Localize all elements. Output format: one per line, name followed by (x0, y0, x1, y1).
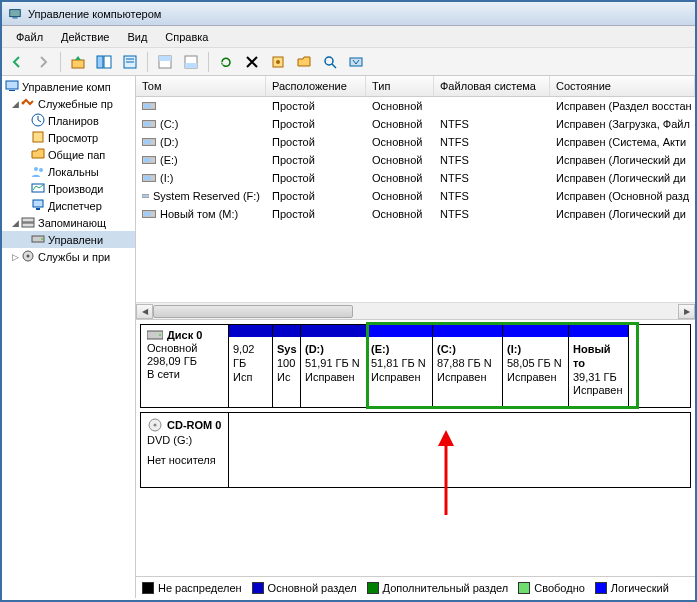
list-body[interactable]: ПростойОсновнойИсправен (Раздел восстан(… (136, 97, 695, 302)
volume-name: (D:) (160, 136, 178, 148)
scroll-thumb[interactable] (153, 305, 353, 318)
detail-pane: Том Расположение Тип Файловая система Со… (136, 76, 695, 598)
properties-button[interactable] (119, 51, 141, 73)
volume-type: Основной (366, 190, 434, 202)
cdrom-row[interactable]: CD-ROM 0 DVD (G:) Нет носителя (140, 412, 691, 488)
disk-map: Диск 0 Основной 298,09 ГБ В сети 9,02 ГБ… (136, 320, 695, 576)
volume-layout: Простой (266, 118, 366, 130)
svg-point-30 (41, 238, 43, 240)
disk-kind: Основной (147, 342, 222, 354)
refresh-button[interactable] (215, 51, 237, 73)
partition[interactable]: (D:)51,91 ГБ NИсправен (301, 325, 367, 407)
scroll-right-button[interactable]: ▶ (678, 304, 695, 319)
volume-status: Исправен (Раздел восстан (550, 100, 695, 112)
list-row[interactable]: System Reserved (F:)ПростойОсновнойNTFSИ… (136, 187, 695, 205)
tree-root[interactable]: Управление комп (2, 78, 135, 95)
volume-fs: NTFS (434, 190, 550, 202)
svg-rect-27 (22, 218, 34, 222)
cdrom-sub: DVD (G:) (147, 434, 222, 446)
partition-info: (C:)87,88 ГБ NИсправен (433, 337, 502, 388)
misc-button[interactable] (345, 51, 367, 73)
open-button[interactable] (293, 51, 315, 73)
svg-rect-38 (144, 140, 151, 143)
list-row[interactable]: (E:)ПростойОсновнойNTFSИсправен (Логичес… (136, 151, 695, 169)
partition[interactable]: (I:)58,05 ГБ NИсправен (503, 325, 569, 407)
volume-status: Исправен (Логический ди (550, 208, 695, 220)
folder-icon (30, 146, 48, 164)
volume-fs: NTFS (434, 136, 550, 148)
expand-icon[interactable]: ▷ (10, 252, 20, 262)
find-button[interactable] (319, 51, 341, 73)
list-row[interactable]: ПростойОсновнойИсправен (Раздел восстан (136, 97, 695, 115)
legend-logical: Логический (595, 582, 669, 594)
list-row[interactable]: (C:)ПростойОсновнойNTFSИсправен (Загрузк… (136, 115, 695, 133)
disk0-row[interactable]: Диск 0 Основной 298,09 ГБ В сети 9,02 ГБ… (140, 324, 691, 408)
volume-list: Том Расположение Тип Файловая система Со… (136, 76, 695, 320)
partition-info: Sys100Ис (273, 337, 300, 388)
up-button[interactable] (67, 51, 89, 73)
tree-storage[interactable]: ◢ Запоминающ (2, 214, 135, 231)
window-frame: Управление компьютером Файл Действие Вид… (0, 0, 697, 602)
volume-name: (C:) (160, 118, 178, 130)
settings-button[interactable] (267, 51, 289, 73)
app-icon (8, 7, 22, 21)
svg-rect-1 (12, 17, 17, 18)
tree-label: Запоминающ (38, 217, 106, 229)
partition-color-bar (367, 325, 432, 337)
users-icon (30, 163, 48, 181)
disk0-label: Диск 0 Основной 298,09 ГБ В сети (141, 325, 229, 407)
svg-rect-2 (72, 60, 84, 68)
list-row[interactable]: Новый том (M:)ПростойОсновнойNTFSИсправе… (136, 205, 695, 223)
tree-eventviewer[interactable]: Просмотр (2, 129, 135, 146)
partition[interactable]: (E:)51,81 ГБ NИсправен (367, 325, 433, 407)
column-fs[interactable]: Файловая система (434, 76, 550, 96)
menu-view[interactable]: Вид (119, 29, 155, 45)
cdrom-icon: CD-ROM 0 (147, 417, 222, 433)
svg-point-14 (325, 57, 333, 65)
legend-primary: Основной раздел (252, 582, 357, 594)
column-volume[interactable]: Том (136, 76, 266, 96)
partition-color-bar (503, 325, 568, 337)
menu-help[interactable]: Справка (157, 29, 216, 45)
volume-status: Исправен (Основной разд (550, 190, 695, 202)
partition[interactable]: Новый то39,31 ГБИсправен (569, 325, 629, 407)
tree-performance[interactable]: Производи (2, 180, 135, 197)
volume-icon (142, 173, 156, 183)
tree-label: Управлени (48, 234, 103, 246)
tree-system-tools[interactable]: ◢ Служебные пр (2, 95, 135, 112)
list-row[interactable]: (D:)ПростойОсновнойNTFSИсправен (Система… (136, 133, 695, 151)
view-bottom-button[interactable] (180, 51, 202, 73)
legend-unallocated: Не распределен (142, 582, 242, 594)
collapse-icon[interactable]: ◢ (10, 218, 20, 228)
delete-button[interactable] (241, 51, 263, 73)
tree-diskmgmt[interactable]: Управлени (2, 231, 135, 248)
menu-file[interactable]: Файл (8, 29, 51, 45)
partition[interactable]: (C:)87,88 ГБ NИсправен (433, 325, 503, 407)
svg-rect-0 (10, 9, 21, 16)
content-area: Управление комп ◢ Служебные пр Планиров … (2, 76, 695, 598)
partition[interactable]: 9,02 ГБИсп (229, 325, 273, 407)
partition-color-bar (229, 325, 272, 337)
tree-shared[interactable]: Общие пап (2, 146, 135, 163)
horizontal-scrollbar[interactable]: ◀ ▶ (136, 302, 695, 319)
navigation-tree[interactable]: Управление комп ◢ Служебные пр Планиров … (2, 76, 136, 598)
column-layout[interactable]: Расположение (266, 76, 366, 96)
tree-localusers[interactable]: Локальны (2, 163, 135, 180)
menu-action[interactable]: Действие (53, 29, 117, 45)
storage-icon (20, 214, 38, 232)
column-status[interactable]: Состояние (550, 76, 695, 96)
tree-devicemgr[interactable]: Диспетчер (2, 197, 135, 214)
view-top-button[interactable] (154, 51, 176, 73)
scroll-left-button[interactable]: ◀ (136, 304, 153, 319)
titlebar[interactable]: Управление компьютером (2, 2, 695, 26)
collapse-icon[interactable]: ◢ (10, 99, 20, 109)
scroll-track[interactable] (153, 304, 678, 319)
back-button[interactable] (6, 51, 28, 73)
forward-button[interactable] (32, 51, 54, 73)
show-hide-tree-button[interactable] (93, 51, 115, 73)
tree-services[interactable]: ▷ Службы и при (2, 248, 135, 265)
tree-scheduler[interactable]: Планиров (2, 112, 135, 129)
list-row[interactable]: (I:)ПростойОсновнойNTFSИсправен (Логичес… (136, 169, 695, 187)
column-type[interactable]: Тип (366, 76, 434, 96)
partition[interactable]: Sys100Ис (273, 325, 301, 407)
